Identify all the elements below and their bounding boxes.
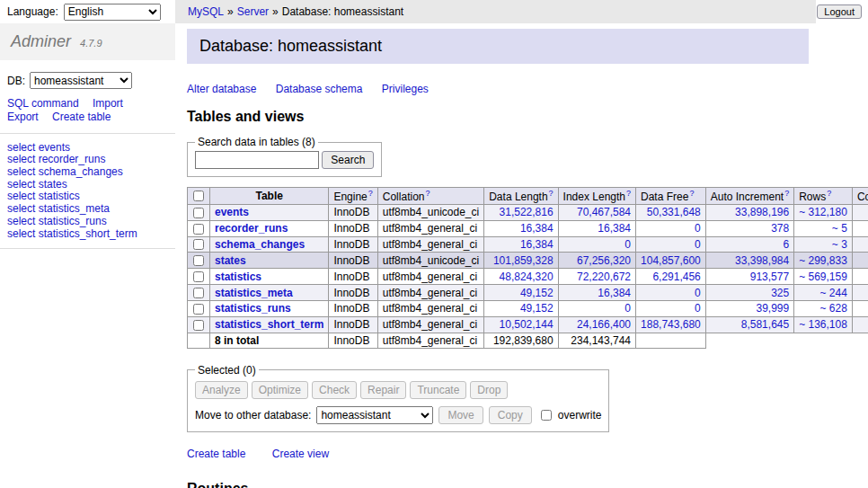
selected-buttons-row: AnalyzeOptimizeCheckRepairTruncateDrop — [195, 379, 601, 399]
column-help-link[interactable]: ? — [425, 189, 430, 198]
comment-cell — [852, 236, 868, 253]
table-name-cell: states — [210, 253, 329, 269]
select-all-checkbox[interactable] — [193, 191, 204, 201]
overwrite-checkbox[interactable] — [541, 410, 552, 421]
move-db-select[interactable]: homeassistant — [316, 406, 433, 424]
logout-button[interactable]: Logout — [817, 4, 862, 19]
column-help-link[interactable]: ? — [827, 189, 831, 198]
engine-cell: InnoDB — [329, 285, 377, 301]
table-link-statistics[interactable]: statistics — [215, 271, 261, 283]
table-name-cell: statistics — [210, 269, 329, 285]
sidebar-link-select-recorder-runs[interactable]: select recorder_runs — [7, 154, 168, 166]
app-logo: Adminer 4.7.9 — [0, 23, 175, 60]
table-link-statistics-meta[interactable]: statistics_meta — [215, 287, 293, 299]
column-header-engine: Engine? — [329, 188, 377, 205]
alter-database-link[interactable]: Alter database — [187, 83, 256, 95]
rows-cell: ~ 3 — [794, 236, 853, 253]
column-help-link[interactable]: ? — [784, 189, 789, 198]
column-help-link[interactable]: ? — [368, 189, 373, 198]
column-header-table: Table — [210, 188, 329, 205]
row-checkbox[interactable] — [193, 304, 204, 315]
sidebar-link-select-statistics-short-term[interactable]: select statistics_short_term — [7, 227, 168, 240]
truncate-button[interactable]: Truncate — [410, 381, 466, 399]
sidebar-action-export[interactable]: Export — [7, 111, 39, 123]
row-checkbox[interactable] — [193, 271, 204, 282]
rows-count-link[interactable]: ~ 136,108 — [799, 318, 847, 331]
rows-count-link[interactable]: ~ 628 — [820, 302, 847, 315]
sidebar-link-select-statistics-runs[interactable]: select statistics_runs — [7, 215, 168, 227]
rows-count-link[interactable]: ~ 5 — [832, 222, 847, 235]
move-row: Move to other database: homeassistant Mo… — [195, 406, 601, 424]
row-checkbox[interactable] — [193, 224, 204, 235]
table-link-statistics-runs[interactable]: statistics_runs — [215, 302, 291, 315]
table-name-cell: recorder_runs — [210, 220, 329, 236]
collation-cell: utf8mb4_unicode_ci — [377, 253, 483, 269]
rows-count-link[interactable]: ~ 312,180 — [799, 206, 847, 218]
index-length-cell: 72,220,672 — [558, 269, 635, 285]
copy-button[interactable]: Copy — [489, 406, 532, 424]
page-title: Database: homeassistant — [187, 29, 809, 64]
sidebar-link-select-statistics[interactable]: select statistics — [7, 191, 168, 203]
create-table-link[interactable]: Create table — [187, 448, 245, 460]
repair-button[interactable]: Repair — [360, 381, 406, 399]
data-length-cell: 101,859,328 — [484, 253, 558, 269]
index-length-cell: 16,384 — [558, 220, 635, 236]
language-select[interactable]: English — [64, 4, 161, 21]
check-button[interactable]: Check — [312, 381, 357, 399]
rows-count-link[interactable]: ~ 244 — [820, 287, 847, 299]
analyze-button[interactable]: Analyze — [195, 381, 248, 399]
search-button[interactable]: Search — [322, 151, 374, 169]
table-name-cell: schema_changes — [210, 236, 329, 253]
sidebar-link-select-statistics-meta[interactable]: select statistics_meta — [7, 203, 168, 216]
engine-cell: InnoDB — [329, 253, 377, 269]
table-link-statistics-short-term[interactable]: statistics_short_term — [215, 318, 323, 331]
sidebar-action-create-table[interactable]: Create table — [52, 111, 111, 123]
optimize-button[interactable]: Optimize — [252, 381, 308, 399]
breadcrumb-item-server[interactable]: Server — [237, 5, 269, 18]
routines-heading: Routines — [187, 481, 868, 488]
create-view-link[interactable]: Create view — [272, 448, 329, 460]
sidebar-link-select-states[interactable]: select states — [7, 178, 168, 191]
privileges-link[interactable]: Privileges — [382, 83, 429, 95]
row-checkbox[interactable] — [193, 239, 204, 250]
selected-legend: Selected (0) — [195, 364, 259, 377]
sidebar-link-select-schema-changes[interactable]: select schema_changes — [7, 165, 168, 178]
rows-count-link[interactable]: ~ 3 — [832, 238, 847, 251]
drop-button[interactable]: Drop — [470, 381, 508, 399]
row-checkbox[interactable] — [193, 320, 204, 331]
column-help-link[interactable]: ? — [549, 189, 554, 198]
breadcrumb-item-mysql[interactable]: MySQL — [188, 5, 224, 18]
db-select[interactable]: homeassistant — [30, 72, 132, 89]
table-link-states[interactable]: states — [215, 254, 246, 267]
table-link-schema-changes[interactable]: schema_changes — [215, 238, 305, 251]
collation-cell: utf8mb4_general_ci — [377, 300, 483, 316]
auto-increment-cell: 325 — [705, 285, 793, 301]
search-input[interactable] — [195, 151, 319, 169]
row-checkbox[interactable] — [193, 208, 204, 218]
data-free-cell: 188,743,680 — [636, 316, 706, 333]
total-engine-cell: InnoDB — [329, 333, 377, 348]
table-row-statistics-meta: statistics_metaInnoDButf8mb4_general_ci4… — [188, 285, 868, 301]
rows-cell: ~ 299,833 — [794, 253, 853, 269]
sidebar-link-select-events[interactable]: select events — [7, 141, 168, 154]
table-link-recorder-runs[interactable]: recorder_runs — [215, 222, 288, 235]
row-checkbox[interactable] — [193, 288, 204, 298]
sidebar-action-sql-command[interactable]: SQL command — [7, 97, 79, 110]
engine-cell: InnoDB — [329, 300, 377, 316]
rows-count-link[interactable]: ~ 569,159 — [799, 271, 847, 283]
collation-cell: utf8mb4_general_ci — [377, 220, 483, 236]
row-checkbox-cell — [188, 300, 210, 316]
move-button[interactable]: Move — [438, 406, 483, 424]
app-name[interactable]: Adminer — [11, 32, 71, 50]
index-length-cell: 70,467,584 — [558, 205, 635, 221]
rows-count-link[interactable]: ~ 299,833 — [799, 254, 847, 267]
column-help-link[interactable]: ? — [626, 189, 631, 198]
column-help-link[interactable]: ? — [689, 189, 694, 198]
comment-cell — [852, 285, 868, 301]
table-link-events[interactable]: events — [215, 206, 249, 218]
auto-increment-cell: 913,577 — [705, 269, 793, 285]
database-schema-link[interactable]: Database schema — [276, 83, 363, 95]
sidebar-action-import[interactable]: Import — [93, 97, 123, 110]
row-checkbox[interactable] — [193, 255, 204, 266]
search-fieldset: Search data in tables (8) Search — [187, 136, 382, 177]
